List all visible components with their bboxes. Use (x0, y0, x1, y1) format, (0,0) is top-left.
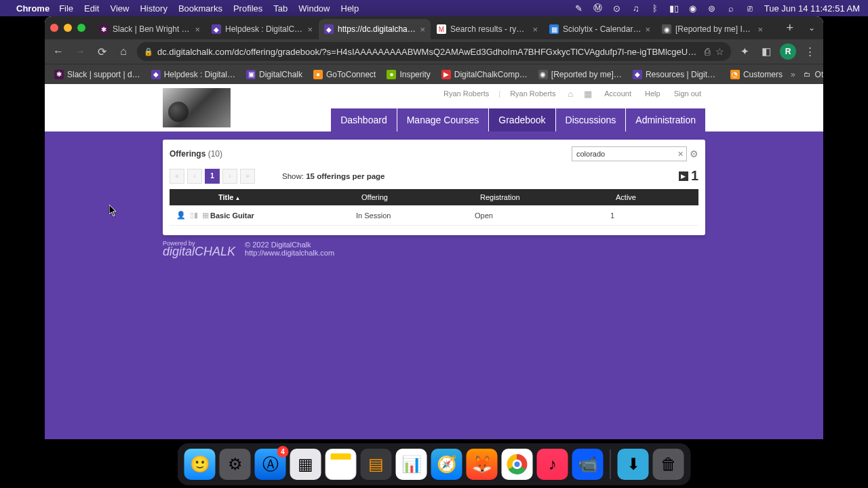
new-tab-button[interactable]: + (779, 21, 800, 35)
browser-tab[interactable]: ◉[Reported by me] Issue× (656, 19, 768, 39)
headphones-icon[interactable]: ♫ (631, 3, 641, 13)
side-panel-icon[interactable]: ◧ (758, 45, 774, 58)
close-tab-icon[interactable]: × (757, 24, 763, 35)
brand-logo[interactable] (163, 88, 231, 127)
address-bar[interactable]: 🔒 dc.digitalchalk.com/dc/offering/gradeb… (137, 42, 731, 61)
browser-tab[interactable]: ✱Slack | Ben Wright | digi× (94, 19, 205, 39)
wifi-icon[interactable]: ◉ (688, 3, 698, 13)
maximize-window-button[interactable] (77, 24, 85, 32)
help-link[interactable]: Help (641, 87, 665, 100)
clock[interactable]: Tue Jun 14 11:42:51 AM (764, 3, 860, 14)
bookmark-item[interactable]: ●GoToConnect (309, 68, 380, 81)
menu-bookmarks[interactable]: Bookmarks (178, 3, 222, 14)
tab-dropdown-icon[interactable]: ⌄ (800, 23, 823, 33)
close-tab-icon[interactable]: × (195, 24, 200, 35)
page-current[interactable]: 1 (205, 169, 220, 184)
close-tab-icon[interactable]: × (420, 24, 425, 35)
minimize-window-button[interactable] (64, 24, 72, 32)
dock-calculator[interactable]: ▤ (361, 449, 392, 480)
bookmark-item[interactable]: ●Insperity (382, 68, 434, 81)
menu-window[interactable]: Window (298, 3, 330, 14)
app-name[interactable]: Chrome (16, 3, 50, 14)
close-tab-icon[interactable]: × (532, 24, 538, 35)
row-user-icon[interactable]: 👤 (176, 211, 186, 220)
col-registration[interactable]: Registration (475, 193, 610, 201)
search-icon[interactable]: ⌕ (726, 3, 736, 13)
powered-by-logo[interactable]: Powered by digitalCHALK (163, 241, 235, 257)
home-button[interactable]: ⌂ (115, 43, 132, 60)
wifi-icon[interactable]: ⊚ (707, 3, 717, 13)
dock-trash[interactable]: 🗑 (653, 449, 684, 480)
bluetooth-icon[interactable]: ᛒ (650, 3, 660, 13)
nav-dashboard[interactable]: Dashboard (331, 108, 397, 131)
menu-edit[interactable]: Edit (84, 3, 99, 14)
dock-finder[interactable]: 🙂 (184, 449, 216, 480)
dock-settings[interactable]: ⚙ (220, 449, 251, 480)
nav-discussions[interactable]: Discussions (556, 108, 626, 131)
control-center-icon[interactable]: ⎚ (745, 3, 755, 13)
star-icon[interactable]: ☆ (715, 46, 724, 57)
table-row[interactable]: 👤 ▯▮ ▦ Basic Guitar In Session Open 1 (170, 205, 698, 226)
col-title[interactable]: Title▲ (170, 193, 356, 201)
other-bookmarks[interactable]: 🗀Other Bookmarks (798, 68, 823, 81)
bookmark-item[interactable]: ◉[Reported by me]… (534, 68, 626, 81)
search-input[interactable] (572, 146, 687, 161)
dock-numbers[interactable]: 📊 (396, 449, 427, 480)
show-per-page[interactable]: Show: 15 offerings per page (282, 172, 384, 180)
menu-help[interactable]: Help (341, 3, 359, 14)
page-next[interactable]: › (222, 169, 237, 184)
row-delete-icon[interactable]: ▦ (202, 211, 209, 220)
menu-tab[interactable]: Tab (273, 3, 288, 14)
menu-file[interactable]: File (59, 3, 73, 14)
dock-appstore[interactable]: Ⓐ4 (255, 449, 286, 480)
extensions-icon[interactable]: ✦ (736, 45, 753, 58)
col-offering[interactable]: Offering (356, 193, 475, 201)
battery-icon[interactable]: ▮▯ (669, 3, 679, 13)
user-link[interactable]: Ryan Roberts (439, 87, 493, 100)
menu-view[interactable]: View (110, 3, 129, 14)
close-window-button[interactable] (50, 24, 58, 32)
page-first[interactable]: « (170, 169, 184, 184)
browser-tab[interactable]: MSearch results - ryan.rob× (431, 19, 543, 39)
account-link[interactable]: Account (600, 87, 635, 100)
col-active[interactable]: Active (610, 193, 692, 201)
dock-launchpad[interactable]: ▦ (290, 449, 321, 480)
forward-button[interactable]: → (72, 43, 88, 60)
browser-tab[interactable]: ◆Helpdesk : DigitalChalk× (206, 19, 318, 39)
dock-chrome[interactable] (502, 449, 533, 480)
bookmark-item[interactable]: ✱Slack | support | d… (50, 68, 144, 81)
clear-search-icon[interactable]: ✕ (675, 150, 686, 159)
bookmarks-overflow-icon[interactable]: » (791, 70, 795, 79)
page-last[interactable]: » (240, 169, 255, 184)
dock-firefox[interactable]: 🦊 (467, 449, 498, 480)
close-tab-icon[interactable]: × (307, 24, 313, 35)
footer-url[interactable]: http://www.digitalchalk.com (245, 249, 334, 257)
nav-manage-courses[interactable]: Manage Courses (397, 108, 489, 131)
close-tab-icon[interactable]: × (645, 24, 650, 35)
translate-icon[interactable]: ⎙ (705, 46, 710, 57)
bookmark-item[interactable]: ▶DigitalChalkComp… (437, 68, 532, 81)
bookmark-item[interactable]: ▣DigitalChalk (242, 68, 307, 81)
row-chart-icon[interactable]: ▯▮ (190, 211, 198, 220)
browser-tab[interactable]: ▦Sciolytix - Calendar - Ju× (544, 19, 656, 39)
nav-administration[interactable]: Administration (626, 108, 705, 131)
view-toggle-icon[interactable]: ▶ (679, 171, 688, 181)
menu-history[interactable]: History (140, 3, 167, 14)
menu-profiles[interactable]: Profiles (233, 3, 262, 14)
user-link[interactable]: Ryan Roberts (506, 87, 559, 100)
back-button[interactable]: ← (50, 43, 66, 60)
page-prev[interactable]: ‹ (187, 169, 202, 184)
reload-button[interactable]: ⟳ (94, 43, 110, 60)
signout-link[interactable]: Sign out (670, 87, 705, 100)
bookmark-item[interactable]: ◔Customers (726, 68, 787, 81)
dock-notes[interactable] (326, 449, 357, 480)
browser-tab[interactable]: ◆https://dc.digitalchalk.co× (319, 19, 431, 39)
bookmark-item[interactable]: ◆Helpdesk : Digital… (147, 68, 239, 81)
status-icon[interactable]: ✎ (574, 3, 584, 13)
cell-title[interactable]: Basic Guitar (210, 211, 356, 220)
profile-avatar[interactable]: R (780, 43, 796, 60)
status-icon[interactable]: ⊙ (612, 3, 622, 13)
dock-downloads[interactable]: ⬇ (618, 449, 649, 480)
gear-icon[interactable]: ⚙ (690, 148, 698, 159)
home-icon[interactable]: ⌂ (565, 89, 576, 99)
